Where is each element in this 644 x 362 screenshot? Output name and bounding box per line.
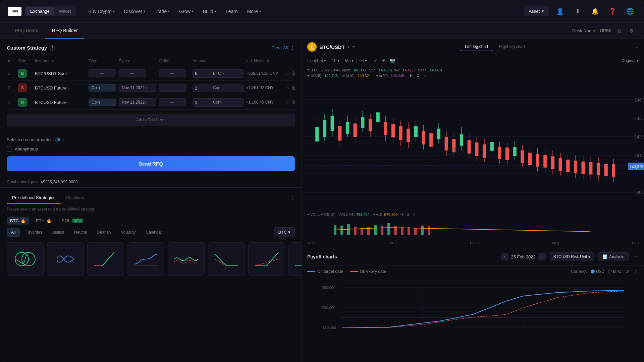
tab-rfq-builder[interactable]: RFQ Builder [45,23,85,39]
delete-row-btn[interactable]: 🗑 [291,85,296,90]
add-edit-legs-button[interactable]: Add / Edit Legs [7,114,295,126]
category-filter: All Favorites Bullish Neutral Bearish Vo… [7,228,166,237]
strategy-card-8[interactable] [288,242,302,276]
nav-item-build[interactable]: Build ▾ [199,6,220,17]
expiry-select[interactable]: Nov 11,2022 ▾ [119,98,156,106]
cat-neutral[interactable]: Neutral [70,228,92,237]
strategy-card-4[interactable] [127,242,164,276]
help-circle-icon[interactable]: ? [50,45,55,51]
send-rfq-button[interactable]: Send RFQ [7,156,295,171]
timeframe-select[interactable]: Line(1m) ▾ [307,58,326,63]
asset-tag-eth[interactable]: ETH 🔥 [33,217,55,225]
currency-btc[interactable]: BTC [608,269,621,274]
strike-input[interactable]: — [159,98,186,106]
strike-input[interactable]: — [159,69,186,77]
wallet-tab[interactable]: Wallet [54,7,76,15]
cat-volatility[interactable]: Volatility [116,228,140,237]
expand-icon[interactable]: ⤢ [373,57,378,64]
strategy-card-3[interactable] [87,242,124,276]
amount-input[interactable] [195,100,212,105]
cat-bearish[interactable]: Bearish [93,228,115,237]
type-input[interactable]: — [89,69,115,77]
nav-item-discover[interactable]: Discover ▾ [120,6,149,17]
all-counterparties-link[interactable]: All [55,137,60,142]
close-icon[interactable]: ✕ [423,73,427,79]
strategy-card-7[interactable] [248,242,285,276]
eye-icon[interactable]: 👁 [400,212,405,217]
analysis-button[interactable]: 📊 Analysis [598,252,629,261]
indicator-select[interactable]: Ma ▾ [345,58,354,63]
tab-rfq-board[interactable]: RFQ Board [8,23,45,39]
crosshair-icon[interactable]: ✚ [381,57,386,64]
tab-left-leg-chart[interactable]: Left leg chart [460,43,493,51]
cat-calendar[interactable]: Calendar [141,228,166,237]
anonymous-checkbox[interactable] [7,146,12,152]
next-date-btn[interactable]: › [538,253,546,260]
globe-icon[interactable]: 🌐 [624,5,636,17]
delete-row-btn[interactable]: 🗑 [291,71,296,76]
original-btn[interactable]: Original ▾ [622,58,639,63]
strategy-card-2[interactable] [47,242,84,276]
row-icon-btn[interactable]: ○ [286,100,289,105]
predefined-menu-icon[interactable]: ⋮ [290,195,295,200]
tab-predefined[interactable]: Pre-defined Strategies [7,192,61,204]
currency-usd[interactable]: USD [591,269,604,274]
asset-tag-btc[interactable]: BTC 🔥 [7,217,29,225]
chevron-down-icon: ▾ [365,58,367,63]
copy-icon[interactable]: ⧉ [614,26,624,36]
settings-icon[interactable]: ⚙ [627,26,636,36]
nav-item-grow[interactable]: Grow ▾ [175,6,197,17]
nav-item-more[interactable]: More ▾ [243,6,265,17]
row-icon-btn[interactable]: ○ [286,85,289,90]
svg-rect-49 [384,122,387,135]
nav-item-buy-crypto[interactable]: Buy Crypto ▾ [84,6,118,17]
screenshot-icon[interactable]: 📷 [389,57,396,64]
amount-input[interactable] [195,85,212,90]
cat-bullish[interactable]: Bullish [48,228,68,237]
tab-right-leg-chart[interactable]: Right leg chart [494,43,529,51]
eye-icon[interactable]: 👁 [408,73,414,79]
download-icon[interactable]: ⬇ [572,5,584,17]
chevron-down-icon[interactable]: ▾ [222,72,224,75]
strike-input[interactable]: — [159,84,186,92]
strategy-card-5[interactable] [168,242,205,276]
strategy-card-6[interactable] [208,242,245,276]
strategy-card-1[interactable] [7,242,44,276]
user-icon[interactable]: 👤 [554,5,566,17]
btc-select[interactable]: BTC ▾ [274,227,295,237]
payoff-more-icon[interactable]: ⋯ [633,253,639,260]
clear-all-button[interactable]: Clear All ⋮ [272,45,295,50]
help-icon[interactable]: ❓ [606,5,619,17]
risk-unit-select[interactable]: BTCUSD Risk Unit ▾ [550,252,594,261]
series-select[interactable]: 00 ▾ [359,58,367,63]
expiry-select[interactable]: Nov 11,2022 ▾ [119,84,156,92]
nav-item-trade[interactable]: Trade ▾ [151,6,174,17]
asset-tag-sol[interactable]: SOL NEW [58,217,87,225]
chevron-down-icon[interactable]: ▾ [347,45,350,49]
prev-date-btn[interactable]: ‹ [501,253,508,260]
payoff-legend: On target date On expiry date Currency [302,265,644,278]
cat-favorites[interactable]: Favorites [21,228,46,237]
type-coin-badge[interactable]: Coin [89,99,116,106]
refresh-icon[interactable]: ↺ [625,268,630,275]
cat-all[interactable]: All [7,228,20,237]
settings-icon[interactable]: ⚙ [406,212,411,217]
amount-input[interactable] [195,71,212,76]
chart-more-icon[interactable]: ⋯ [634,45,639,50]
type-coin-badge[interactable]: Coin [89,84,116,92]
expiry-input[interactable]: — [119,69,146,77]
close-icon[interactable]: ✕ [412,212,416,217]
bell-icon[interactable]: 🔔 [589,5,601,17]
tab-positions[interactable]: Positions [61,192,89,204]
exchange-tab[interactable]: Exchange [25,7,54,15]
svg-rect-37 [460,134,463,145]
nav-item-learn[interactable]: Learn [222,6,242,17]
chart-info-bar: ▾ 11/08/2022 18:45 open: 140,117 high: 1… [302,66,644,81]
row-icon-btn[interactable]: ○ [286,71,289,76]
edit-icon[interactable]: ✏ [352,45,356,49]
fullscreen-icon[interactable]: ⤢ [633,268,639,275]
settings-icon[interactable]: ⚙ [416,73,421,79]
delete-row-btn[interactable]: 🗑 [291,100,296,105]
period-select[interactable]: 1h ▾ [332,58,339,63]
asset-button[interactable]: Asset ▾ [524,6,549,16]
